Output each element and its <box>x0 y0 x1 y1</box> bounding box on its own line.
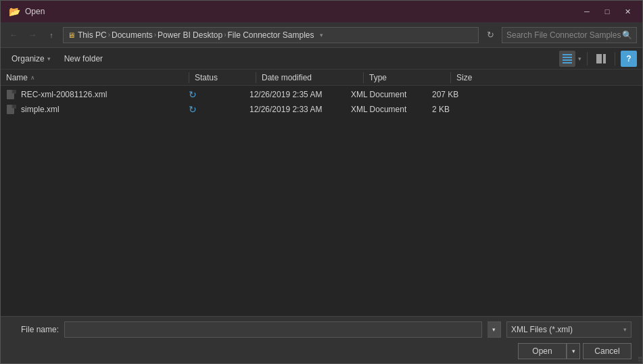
search-box: 🔍 <box>502 27 637 43</box>
file-name: simple.xml <box>21 105 189 114</box>
toolbar: Organize ▾ New folder ▾ <box>1 48 642 70</box>
svg-rect-4 <box>596 54 602 63</box>
view-details-button[interactable] <box>559 51 575 67</box>
back-button[interactable]: ← <box>6 28 21 43</box>
col-size-header[interactable]: Size <box>456 73 510 82</box>
svg-rect-9 <box>12 105 16 108</box>
file-name: REC-xml-20081126.xml <box>21 90 189 99</box>
file-icon-xml-2 <box>6 104 17 115</box>
cancel-button[interactable]: Cancel <box>583 343 632 359</box>
filename-input[interactable] <box>64 321 482 338</box>
filetype-arrow: ▾ <box>623 326 627 333</box>
table-row[interactable]: REC-xml-20081126.xml ↻ 12/26/2019 2:35 A… <box>1 87 642 102</box>
file-icon-xml <box>6 89 17 100</box>
address-bar: ← → ↑ 🖥 This PC › Documents › Power BI D… <box>1 22 642 48</box>
refresh-button[interactable]: ↻ <box>483 28 498 43</box>
toolbar-right: ▾ ? <box>559 51 637 67</box>
bottom-bar: File name: ▾ XML Files (*.xml) ▾ Open ▾ … <box>1 316 642 363</box>
open-button[interactable]: Open <box>518 343 567 359</box>
file-date: 12/26/2019 2:35 AM <box>249 90 351 99</box>
breadcrumb-this-pc[interactable]: This PC <box>78 30 107 40</box>
open-button-group: Open ▾ <box>518 343 580 359</box>
organize-arrow: ▾ <box>47 55 51 62</box>
breadcrumb-power-bi[interactable]: Power BI Desktop <box>158 30 222 40</box>
col-sep-4 <box>450 72 451 83</box>
dialog-title: Open <box>25 7 45 16</box>
toolbar-separator <box>587 52 588 66</box>
filetype-select[interactable]: XML Files (*.xml) ▾ <box>506 321 632 338</box>
filename-dropdown-button[interactable]: ▾ <box>487 321 501 338</box>
maximize-button[interactable]: □ <box>598 3 617 20</box>
file-size: 207 KB <box>432 90 486 99</box>
file-list: REC-xml-20081126.xml ↻ 12/26/2019 2:35 A… <box>1 86 642 316</box>
breadcrumb-file-connector[interactable]: File Connector Samples <box>227 30 314 40</box>
col-type-header[interactable]: Type <box>369 73 450 82</box>
button-row: Open ▾ Cancel <box>1 343 642 359</box>
col-sep-1 <box>189 72 189 83</box>
search-icon[interactable]: 🔍 <box>622 30 632 40</box>
dialog-icon: 📂 <box>9 6 20 17</box>
open-dropdown-button[interactable]: ▾ <box>567 343 580 359</box>
toolbar-separator-2 <box>615 52 615 66</box>
open-dialog: 📂 Open ─ □ ✕ ← → ↑ 🖥 This PC › Documents… <box>0 0 643 364</box>
filename-label: File name: <box>11 325 59 334</box>
forward-button[interactable]: → <box>25 28 40 43</box>
col-sep-3 <box>363 72 364 83</box>
preview-pane-button[interactable] <box>593 51 609 67</box>
file-area: Name ∧ Status Date modified Type Size <box>1 70 642 316</box>
filetype-label: XML Files (*.xml) <box>511 325 573 334</box>
svg-rect-0 <box>563 54 572 55</box>
breadcrumb-bar[interactable]: 🖥 This PC › Documents › Power BI Desktop… <box>63 27 479 43</box>
up-button[interactable]: ↑ <box>44 28 59 43</box>
breadcrumb-pc-icon: 🖥 <box>68 31 75 39</box>
title-controls: ─ □ ✕ <box>577 3 637 20</box>
file-date: 12/26/2019 2:33 AM <box>249 105 351 114</box>
close-button[interactable]: ✕ <box>618 3 637 20</box>
col-date-header[interactable]: Date modified <box>262 73 363 82</box>
organize-button[interactable]: Organize ▾ <box>6 51 56 67</box>
new-folder-button[interactable]: New folder <box>59 51 108 67</box>
svg-rect-5 <box>603 54 606 63</box>
file-sync-status: ↻ <box>189 104 249 115</box>
breadcrumb-documents[interactable]: Documents <box>112 30 153 40</box>
svg-rect-1 <box>563 57 572 58</box>
col-sep-2 <box>256 72 256 83</box>
breadcrumb-dropdown-button[interactable]: ▾ <box>316 28 328 43</box>
file-size: 2 KB <box>432 105 486 114</box>
svg-rect-7 <box>12 90 16 93</box>
col-name-header[interactable]: Name ∧ <box>6 73 189 82</box>
filename-row: File name: ▾ XML Files (*.xml) ▾ <box>1 321 642 338</box>
search-input[interactable] <box>506 30 622 40</box>
file-header: Name ∧ Status Date modified Type Size <box>1 70 642 86</box>
resize-handle[interactable]: ⠿ <box>634 355 642 363</box>
help-button[interactable]: ? <box>621 51 637 67</box>
col-status-header[interactable]: Status <box>195 73 256 82</box>
file-sync-status: ↻ <box>189 89 249 100</box>
minimize-button[interactable]: ─ <box>577 3 596 20</box>
organize-label: Organize <box>11 54 45 63</box>
table-row[interactable]: simple.xml ↻ 12/26/2019 2:33 AM XML Docu… <box>1 102 642 117</box>
file-type: XML Document <box>351 90 432 99</box>
title-bar-left: 📂 Open <box>9 6 45 17</box>
svg-rect-2 <box>563 59 572 61</box>
svg-rect-3 <box>563 62 572 63</box>
view-dropdown-arrow: ▾ <box>578 55 581 62</box>
sort-arrow: ∧ <box>30 74 35 81</box>
file-type: XML Document <box>351 105 432 114</box>
title-bar: 📂 Open ─ □ ✕ <box>1 1 642 22</box>
